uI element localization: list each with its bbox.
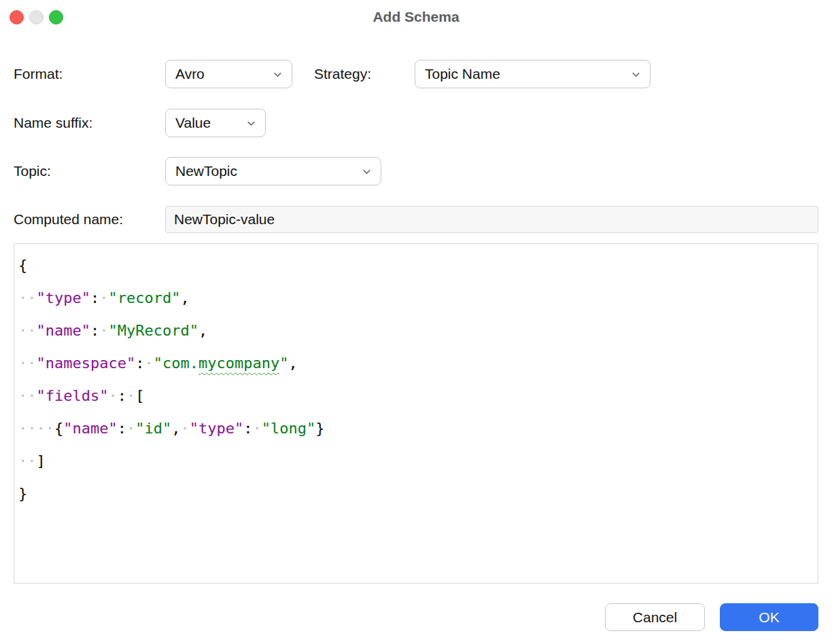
chevron-down-icon (272, 69, 283, 80)
computed-name-value: NewTopic-value (174, 211, 275, 228)
strategy-label: Strategy: (314, 60, 371, 88)
code-line: ··"name":·"MyRecord", (18, 315, 814, 347)
topic-select[interactable]: NewTopic (165, 157, 381, 185)
titlebar: Add Schema (0, 0, 832, 35)
strategy-select[interactable]: Topic Name (415, 60, 651, 88)
name-suffix-select[interactable]: Value (165, 109, 266, 137)
code-line: ··] (18, 445, 814, 478)
code-line: ··"type":·"record", (18, 282, 814, 315)
code-line: } (18, 478, 814, 510)
format-select[interactable]: Avro (165, 60, 292, 88)
topic-select-value: NewTopic (175, 163, 237, 179)
chevron-down-icon (245, 118, 257, 129)
name-suffix-label: Name suffix: (14, 109, 92, 137)
ok-button[interactable]: OK (720, 603, 818, 631)
name-suffix-select-value: Value (175, 115, 211, 131)
computed-name-field: NewTopic-value (165, 206, 818, 233)
code-line: { (18, 249, 814, 282)
cancel-button[interactable]: Cancel (605, 603, 705, 631)
code-line: ····{"name":·"id",·"type":·"long"} (18, 412, 814, 445)
chevron-down-icon (361, 166, 372, 177)
format-select-value: Avro (175, 66, 205, 82)
add-schema-dialog: Add Schema Format: Avro Strategy: Topic … (0, 0, 832, 644)
code-line: ··"fields"·:·[ (18, 380, 814, 412)
computed-name-label: Computed name: (14, 206, 123, 233)
format-label: Format: (14, 60, 63, 88)
strategy-select-value: Topic Name (425, 66, 500, 82)
chevron-down-icon (630, 69, 642, 80)
topic-label: Topic: (14, 157, 51, 185)
schema-editor[interactable]: {··"type":·"record",··"name":·"MyRecord"… (14, 243, 818, 584)
window-title: Add Schema (0, 9, 832, 25)
code-line: ··"namespace":·"com.mycompany", (18, 347, 814, 380)
